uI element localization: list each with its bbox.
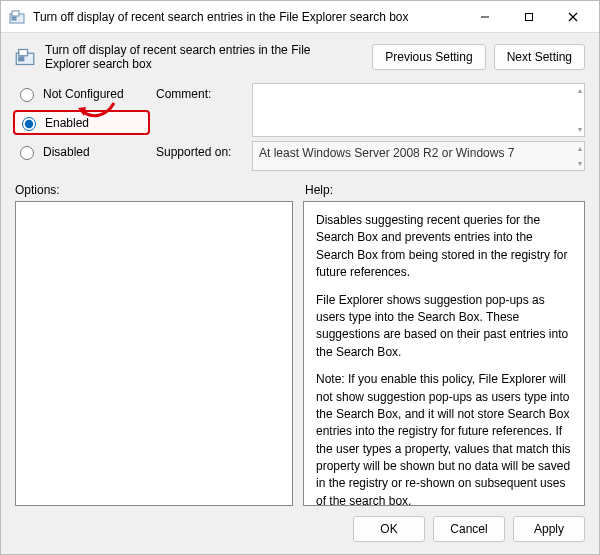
radio-enabled-input[interactable] [22,117,36,131]
maximize-button[interactable] [507,3,551,31]
settings-area: Not Configured Enabled Disabled Comment:… [1,77,599,173]
supported-on-box: At least Windows Server 2008 R2 or Windo… [252,141,585,171]
svg-rect-9 [19,50,28,56]
next-setting-button[interactable]: Next Setting [494,44,585,70]
help-label: Help: [305,183,585,197]
nav-buttons: Previous Setting Next Setting [372,44,585,70]
previous-setting-button[interactable]: Previous Setting [372,44,485,70]
scroll-down-icon[interactable]: ▾ [578,125,582,134]
supported-label: Supported on: [156,141,246,159]
policy-icon [15,47,35,67]
help-paragraph: File Explorer shows suggestion pop-ups a… [316,292,572,362]
scroll-up-icon[interactable]: ▴ [578,144,582,153]
apply-button[interactable]: Apply [513,516,585,542]
svg-rect-1 [12,11,19,16]
radio-disabled-label: Disabled [43,145,90,159]
policy-icon [9,9,25,25]
radio-not-configured-input[interactable] [20,88,34,102]
radio-disabled-input[interactable] [20,146,34,160]
comment-textarea[interactable]: ▴ ▾ [252,83,585,137]
close-button[interactable] [551,3,595,31]
cancel-button[interactable]: Cancel [433,516,505,542]
options-panel[interactable] [15,201,293,506]
radio-disabled[interactable]: Disabled [15,143,150,160]
svg-rect-5 [526,13,533,20]
svg-rect-3 [12,19,16,20]
scroll-down-icon[interactable]: ▾ [578,159,582,168]
window-controls [463,3,595,31]
policy-title: Turn off display of recent search entrie… [45,43,354,71]
radio-enabled[interactable]: Enabled [13,110,150,135]
subheader: Turn off display of recent search entrie… [1,33,599,77]
minimize-button[interactable] [463,3,507,31]
supported-on-value: At least Windows Server 2008 R2 or Windo… [259,146,514,160]
help-paragraph: Note: If you enable this policy, File Ex… [316,371,572,506]
comment-label: Comment: [156,83,246,101]
ok-button[interactable]: OK [353,516,425,542]
svg-rect-11 [19,60,24,61]
section-labels: Options: Help: [1,173,599,201]
radio-not-configured[interactable]: Not Configured [15,85,150,102]
radio-not-configured-label: Not Configured [43,87,124,101]
scroll-up-icon[interactable]: ▴ [578,86,582,95]
help-paragraph: Disables suggesting recent queries for t… [316,212,572,282]
titlebar: Turn off display of recent search entrie… [1,1,599,33]
window-title: Turn off display of recent search entrie… [33,10,463,24]
options-label: Options: [15,183,305,197]
dialog-footer: OK Cancel Apply [1,506,599,554]
policy-editor-window: Turn off display of recent search entrie… [0,0,600,555]
state-radio-group: Not Configured Enabled Disabled [15,83,150,160]
radio-enabled-label: Enabled [45,116,89,130]
svg-rect-2 [12,17,16,18]
help-panel[interactable]: Disables suggesting recent queries for t… [303,201,585,506]
panels: Disables suggesting recent queries for t… [1,201,599,506]
svg-rect-10 [19,57,24,58]
